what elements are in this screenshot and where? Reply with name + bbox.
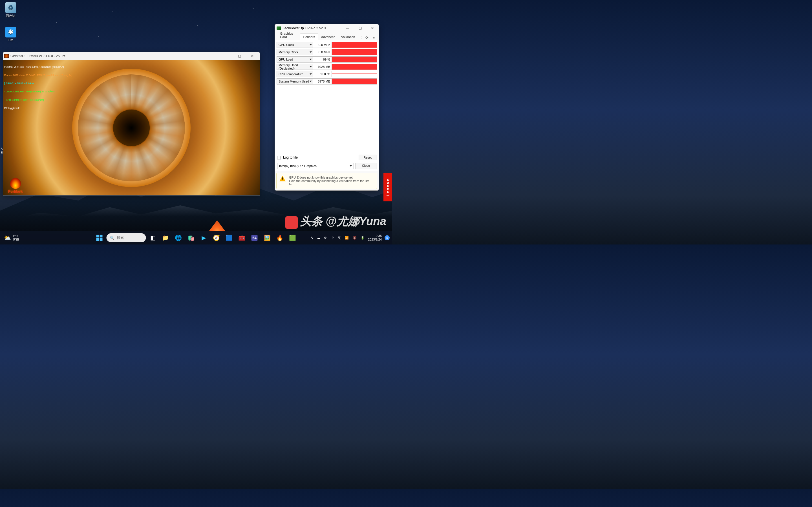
minimize-button[interactable]: — <box>342 24 354 32</box>
taskbar-app-generic-1[interactable]: 🧰 <box>236 232 248 243</box>
sensor-row: GPU Load99 % <box>276 56 377 63</box>
desktop-partial-text: AE <box>1 147 3 154</box>
weather-temp: 1°C <box>13 234 19 238</box>
tray-security-icon[interactable]: ⚙ <box>323 236 327 240</box>
tab-advanced[interactable]: Advanced <box>318 34 338 40</box>
clock-time: 0:35 <box>376 234 382 238</box>
sensor-row: CPU Temperature69.0 °C <box>276 70 377 77</box>
wifi-icon[interactable]: 📶 <box>344 236 349 240</box>
maximize-button[interactable]: ▢ <box>354 24 366 32</box>
sensor-graph <box>332 64 377 70</box>
sensor-label-dropdown[interactable]: Memory Clock <box>276 49 313 55</box>
taskbar-search[interactable]: 🔍 搜索 <box>107 233 146 242</box>
sensor-graph <box>332 78 377 84</box>
reset-button[interactable]: Reset <box>359 155 376 160</box>
sensor-row: Memory Clock0.0 MHz <box>276 48 377 55</box>
system-tray: ᐱ ☁ ⚙ 中 英 📶 🔇 🔋 0:35 2023/2/24 5 <box>310 234 390 241</box>
tab-graphics-card[interactable]: Graphics Card <box>277 31 300 40</box>
gpuz-warning-banner: GPU-Z does not know this graphics device… <box>276 173 377 189</box>
furmark-window: Geeks3D FurMark v1.31.0.0 - 25FPS — ▢ ✕ … <box>3 52 260 195</box>
desktop-icon-tim[interactable]: ✱ TIM <box>3 27 18 42</box>
close-button[interactable]: Close <box>356 163 376 169</box>
taskbar-app-generic-2[interactable]: 🖼️ <box>262 232 273 243</box>
sensor-label-dropdown[interactable]: CPU Temperature <box>276 71 313 77</box>
sensor-graph <box>332 42 377 48</box>
notification-badge[interactable]: 5 <box>385 235 390 240</box>
taskbar-app-aida64[interactable]: 64 <box>249 232 260 243</box>
taskbar-app-explorer[interactable]: 📁 <box>160 232 171 243</box>
sensor-graph <box>332 49 377 55</box>
furmark-logo: FurMark <box>8 178 22 193</box>
furmark-title-text: Geeks3D FurMark v1.31.0.0 - 25FPS <box>10 54 66 58</box>
tab-validation[interactable]: Validation <box>338 34 358 40</box>
refresh-icon[interactable]: ⟳ <box>365 36 368 40</box>
chevron-down-icon <box>310 80 312 82</box>
tim-icon: ✱ <box>5 27 16 38</box>
chevron-down-icon <box>310 73 312 75</box>
chevron-down-icon <box>310 59 312 60</box>
warning-text: GPU-Z does not know this graphics device… <box>289 176 374 186</box>
ime-language-zh[interactable]: 中 <box>330 236 335 240</box>
tab-sensors[interactable]: Sensors <box>300 34 318 40</box>
close-button[interactable]: ✕ <box>366 24 378 32</box>
ime-language-en[interactable]: 英 <box>337 236 342 240</box>
desktop-icon-label: 回收站 <box>3 14 18 18</box>
weather-cond: 雾霾 <box>13 238 19 241</box>
chevron-down-icon <box>310 66 312 67</box>
sensor-label-dropdown[interactable]: GPU Load <box>276 56 313 62</box>
windows-icon <box>96 235 103 241</box>
search-icon: 🔍 <box>110 236 114 240</box>
sensor-value: 0.0 MHz <box>313 49 332 55</box>
lenovo-sidebar[interactable]: Lenovo <box>384 173 392 202</box>
taskbar-app-edge[interactable]: 🌐 <box>173 232 184 243</box>
lenovo-label: Lenovo <box>386 178 390 196</box>
sensor-label-dropdown[interactable]: System Memory Used <box>276 78 313 84</box>
minimize-button[interactable]: — <box>220 52 233 60</box>
log-to-file-checkbox[interactable] <box>277 156 281 159</box>
clock-date: 2023/2/24 <box>368 238 382 241</box>
chevron-down-icon <box>310 44 312 45</box>
taskbar-clock[interactable]: 0:35 2023/2/24 <box>368 234 382 241</box>
taskbar-app-lenovo[interactable]: 🟦 <box>223 232 235 243</box>
sensor-row: Memory Used (Dedicated)1028 MB <box>276 63 377 70</box>
search-placeholder: 搜索 <box>117 235 124 240</box>
sensor-label-dropdown[interactable]: GPU Clock <box>276 42 313 48</box>
gpuz-sensor-panel: GPU Clock0.0 MHzMemory Clock0.0 MHzGPU L… <box>275 40 378 153</box>
furmark-titlebar[interactable]: Geeks3D FurMark v1.31.0.0 - 25FPS — ▢ ✕ <box>3 52 260 60</box>
sensor-graph <box>332 71 377 77</box>
taskbar-app-browser[interactable]: 🧭 <box>211 232 222 243</box>
taskbar-app-tencent[interactable]: ▶ <box>198 232 209 243</box>
volume-icon[interactable]: 🔇 <box>352 236 357 240</box>
taskbar: ⛅ 1°C 雾霾 🔍 搜索 ◧ 📁 🌐 🛍️ ▶ 🧭 🟦 🧰 64 🖼️ 🔥 🟩… <box>0 231 392 244</box>
gpu-select-dropdown[interactable]: Intel(R) Iris(R) Xe Graphics <box>277 163 354 169</box>
flame-icon <box>10 178 21 189</box>
desktop-icon-label: TIM <box>3 38 18 42</box>
taskbar-weather[interactable]: ⛅ 1°C 雾霾 <box>2 234 20 241</box>
sensor-value: 99 % <box>313 56 332 62</box>
start-button[interactable] <box>94 232 105 243</box>
warning-icon <box>280 176 286 181</box>
sensor-label-dropdown[interactable]: Memory Used (Dedicated) <box>276 64 313 70</box>
task-view-button[interactable]: ◧ <box>147 232 159 243</box>
sensor-value: 5975 MB <box>313 78 332 84</box>
tray-chevron-up-icon[interactable]: ᐱ <box>310 236 313 240</box>
sensor-graph <box>332 56 377 62</box>
screenshot-icon[interactable]: ⛶ <box>358 36 361 40</box>
taskbar-center: 🔍 搜索 ◧ 📁 🌐 🛍️ ▶ 🧭 🟦 🧰 64 🖼️ 🔥 🟩 <box>94 232 298 243</box>
desktop-icon-recycle-bin[interactable]: ♻ 回收站 <box>3 2 18 18</box>
maximize-button[interactable]: ▢ <box>233 52 246 60</box>
taskbar-app-gpuz[interactable]: 🟩 <box>287 232 298 243</box>
chevron-down-icon <box>310 51 312 53</box>
furmark-viewport: FurMark v1.31.0.0 - Burn-in test, 1920x1… <box>3 60 260 195</box>
taskbar-app-store[interactable]: 🛍️ <box>186 232 197 243</box>
close-button[interactable]: ✕ <box>246 52 259 60</box>
sensor-value: 1028 MB <box>313 64 332 70</box>
sensor-value: 0.0 MHz <box>313 42 332 48</box>
battery-icon[interactable]: 🔋 <box>360 236 365 240</box>
gpuz-title-text: TechPowerUp GPU-Z 2.52.0 <box>283 26 326 30</box>
tray-onedrive-icon[interactable]: ☁ <box>316 236 320 240</box>
menu-icon[interactable]: ≡ <box>372 36 375 40</box>
taskbar-app-furmark[interactable]: 🔥 <box>274 232 286 243</box>
chevron-down-icon <box>350 165 352 167</box>
recycle-bin-icon: ♻ <box>5 2 16 13</box>
